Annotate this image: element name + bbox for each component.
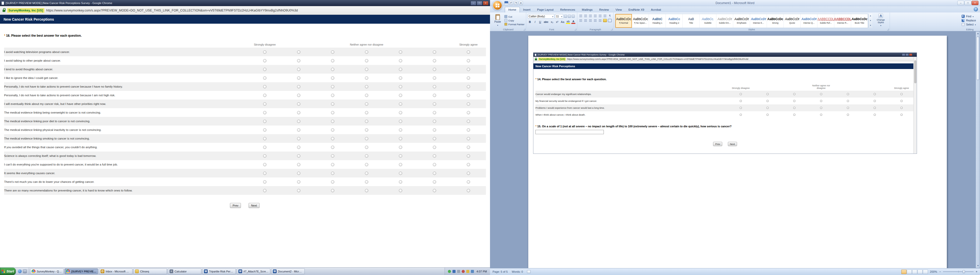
multilevel-list-icon[interactable] — [589, 14, 592, 17]
radio-button[interactable] — [365, 189, 368, 192]
radio-button[interactable] — [433, 145, 436, 149]
radio-button[interactable] — [365, 85, 368, 89]
radio-button[interactable] — [399, 128, 402, 132]
radio-button[interactable] — [263, 137, 266, 140]
radio-button[interactable] — [820, 107, 822, 109]
radio-button[interactable] — [873, 107, 876, 109]
style-item[interactable]: AaBbCHeading 1 — [649, 14, 666, 28]
radio-button[interactable] — [331, 154, 334, 158]
help-button[interactable]: ? — [974, 7, 978, 11]
radio-button[interactable] — [365, 76, 368, 80]
radio-button[interactable] — [365, 172, 368, 175]
print-layout-view-icon[interactable] — [901, 270, 907, 274]
radio-button[interactable] — [399, 85, 402, 89]
radio-button[interactable] — [467, 76, 470, 80]
radio-button[interactable] — [263, 189, 266, 192]
radio-button[interactable] — [297, 76, 301, 80]
radio-button[interactable] — [365, 102, 368, 106]
radio-button[interactable] — [399, 120, 402, 123]
save-icon[interactable] — [504, 1, 508, 5]
radio-button[interactable] — [467, 163, 470, 166]
radio-button[interactable] — [263, 94, 266, 97]
radio-button[interactable] — [467, 154, 470, 158]
radio-button[interactable] — [297, 85, 301, 89]
italic-button[interactable]: I — [533, 20, 537, 24]
zoom-out-icon[interactable]: − — [939, 270, 941, 273]
radio-button[interactable] — [467, 180, 470, 183]
align-right-icon[interactable] — [589, 19, 592, 22]
radio-button[interactable] — [399, 51, 402, 54]
radio-button[interactable] — [331, 180, 334, 183]
radio-button[interactable] — [399, 137, 402, 140]
radio-button[interactable] — [331, 128, 334, 132]
radio-button[interactable] — [365, 51, 368, 54]
clear-formatting-icon[interactable] — [572, 15, 575, 18]
radio-button[interactable] — [399, 145, 402, 149]
zoom-slider[interactable] — [943, 272, 974, 272]
radio-button[interactable] — [467, 94, 470, 97]
restore-button[interactable] — [964, 1, 971, 5]
radio-button[interactable] — [900, 107, 903, 109]
prev-button[interactable]: Prev — [230, 203, 241, 208]
dialog-launcher-icon[interactable] — [887, 28, 889, 30]
radio-button[interactable] — [399, 68, 402, 71]
draft-view-icon[interactable] — [923, 270, 928, 274]
increase-indent-icon[interactable] — [598, 14, 602, 17]
tray-icon[interactable] — [471, 270, 474, 273]
page-indicator[interactable]: Page: 5 of 5 — [493, 270, 508, 273]
style-item[interactable]: AaBbCcDtIntense E... — [750, 14, 767, 28]
radio-button[interactable] — [847, 100, 849, 102]
font-color-button[interactable]: A — [571, 20, 576, 24]
tray-icon[interactable] — [448, 270, 451, 273]
radio-button[interactable] — [297, 128, 301, 132]
radio-button[interactable] — [331, 94, 334, 97]
radio-button[interactable] — [331, 163, 334, 166]
quick-launch-desktop-icon[interactable] — [23, 269, 27, 273]
radio-button[interactable] — [331, 68, 334, 71]
radio-button[interactable] — [297, 59, 301, 62]
font-family-select[interactable]: Calibri (Body) — [528, 14, 554, 19]
radio-button[interactable] — [263, 68, 266, 71]
radio-button[interactable] — [467, 68, 470, 71]
style-item[interactable]: AaBbCcDcBook Title — [851, 14, 868, 28]
radio-button[interactable] — [873, 93, 876, 95]
radio-button[interactable] — [263, 172, 266, 175]
zoom-in-icon[interactable]: + — [976, 270, 977, 273]
office-button[interactable] — [493, 0, 502, 10]
radio-button[interactable] — [263, 85, 266, 89]
tab-review[interactable]: Review — [596, 7, 612, 13]
start-button[interactable]: Start — [0, 268, 16, 275]
scrollbar-thumb[interactable] — [977, 37, 980, 80]
radio-button[interactable] — [467, 172, 470, 175]
style-item[interactable]: AABBCCDLSubtle Ref... — [818, 14, 834, 28]
radio-button[interactable] — [399, 76, 402, 80]
quick-launch-browser-icon[interactable] — [18, 269, 22, 273]
radio-button[interactable] — [467, 189, 470, 192]
decrease-indent-icon[interactable] — [593, 14, 597, 17]
radio-button[interactable] — [263, 145, 266, 149]
radio-button[interactable] — [900, 114, 903, 116]
align-left-icon[interactable] — [579, 19, 583, 22]
task-button[interactable]: Clinseq — [134, 269, 167, 274]
radio-button[interactable] — [331, 76, 334, 80]
zoom-level[interactable]: 200% — [930, 270, 937, 273]
radio-button[interactable] — [399, 111, 402, 114]
radio-button[interactable] — [263, 51, 266, 54]
radio-button[interactable] — [820, 93, 822, 95]
borders-icon[interactable] — [608, 19, 612, 22]
radio-button[interactable] — [297, 145, 301, 149]
radio-button[interactable] — [900, 93, 903, 95]
radio-button[interactable] — [399, 180, 402, 183]
style-item[interactable]: AaBbCcDtQuote — [784, 14, 800, 28]
radio-button[interactable] — [365, 94, 368, 97]
dialog-launcher-icon[interactable] — [574, 28, 576, 30]
scroll-down-icon[interactable]: ▼ — [976, 264, 980, 268]
word-count[interactable]: Words: 0 — [512, 270, 523, 273]
gallery-more-icon[interactable]: ▼ — [869, 23, 872, 28]
radio-button[interactable] — [467, 145, 470, 149]
radio-button[interactable] — [297, 180, 301, 183]
radio-button[interactable] — [793, 100, 795, 102]
radio-button[interactable] — [365, 128, 368, 132]
radio-button[interactable] — [767, 93, 769, 95]
radio-button[interactable] — [433, 137, 436, 140]
